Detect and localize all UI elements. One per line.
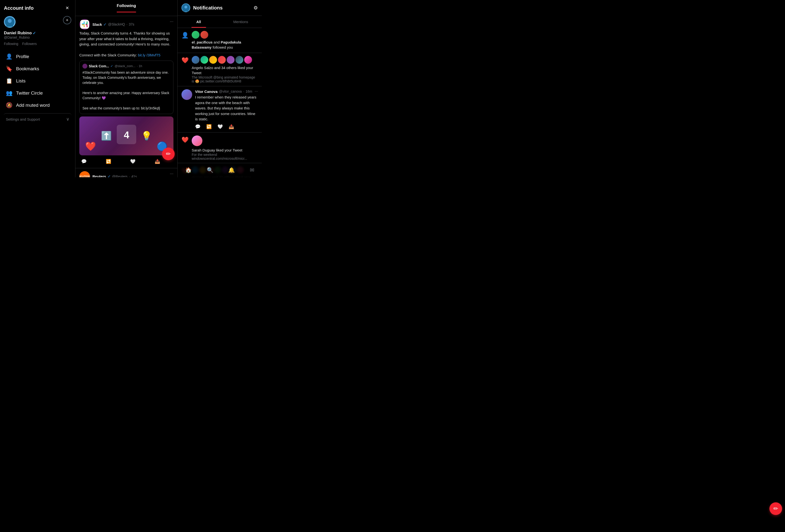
reply-retweet-icon[interactable]: 🔁	[206, 124, 212, 129]
like-notification-sarah[interactable]: ❤️ Sarah Duguay liked your Tweet For the…	[178, 133, 262, 164]
follow-notification[interactable]: 👤 el_pacificus and Pagudakula Balaswamy …	[178, 28, 262, 53]
bookmarks-icon: 🔖	[6, 65, 12, 72]
liker-avatar-5	[227, 56, 234, 64]
avatar-row: +	[4, 16, 71, 28]
reuters-dot: ·	[129, 175, 130, 178]
quoted-tweet[interactable]: Slack Com... ✓ @slack_com... · 1h #Slack…	[79, 60, 173, 114]
tweet-meta: Slack ✓ @SlackHQ · 37s	[93, 22, 134, 27]
svg-rect-5	[82, 23, 85, 24]
following-stat[interactable]: Following	[4, 42, 18, 46]
profile-icon: 👤	[6, 53, 12, 60]
svg-point-1	[8, 19, 12, 23]
nav-item-twitter-circle[interactable]: 👥 Twitter Circle	[4, 87, 71, 99]
svg-point-16	[184, 6, 187, 8]
notifications-tabs: All Mentions	[178, 16, 262, 28]
settings-gear-icon[interactable]: ⚙	[253, 5, 258, 11]
lists-icon: 📋	[6, 78, 12, 84]
tweet-time: ·	[126, 22, 127, 26]
vitor-time: 16m	[246, 89, 252, 94]
nav-item-lists[interactable]: 📋 Lists	[4, 75, 71, 87]
tweet-more-icon[interactable]: ···	[170, 19, 173, 24]
close-button[interactable]: ✕	[63, 4, 71, 12]
tweet-header: Slack ✓ @SlackHQ · 37s ···	[79, 19, 173, 30]
notif-header-avatar[interactable]	[181, 3, 190, 12]
follow-stats: Following Followers	[4, 42, 71, 46]
reply-reply-icon[interactable]: 💬	[195, 124, 200, 129]
follow-notif-content: 👤 el_pacificus and Pagudakula Balaswamy …	[181, 31, 258, 50]
middle-wrapper: Following	[75, 0, 178, 177]
retweet-icon: 🔁	[106, 159, 111, 164]
followers-stat[interactable]: Followers	[22, 42, 37, 46]
nav-item-profile[interactable]: 👤 Profile	[4, 51, 71, 63]
vitor-reply-text: I remember when they released years agor…	[195, 95, 258, 122]
svg-rect-11	[86, 25, 87, 27]
heart-icon: ❤️	[181, 57, 189, 64]
vitor-reply-content: Vitor Canova @vitor_canova · 16m ··· I r…	[195, 89, 258, 129]
reuters-handle: @Reuters	[112, 175, 127, 178]
nav-item-bookmarks[interactable]: 🔖 Bookmarks	[4, 63, 71, 75]
feed-title: Following	[117, 3, 136, 12]
compose-fab-button[interactable]: ✏	[162, 148, 175, 160]
nav-item-add-muted-word[interactable]: 🔕 Add muted word	[4, 99, 71, 111]
like-avatars	[192, 56, 258, 64]
sarah-like-text: Sarah Duguay liked your Tweet	[192, 148, 258, 153]
like-notification-angelo[interactable]: ❤️ Angelo Salzo and 34 others liked your…	[178, 53, 262, 86]
quoted-time: · 1h	[137, 64, 142, 68]
vitor-meta: Vitor Canova @vitor_canova · 16m	[195, 89, 252, 94]
reuters-avatar: REUTERS	[79, 171, 90, 178]
add-account-button[interactable]: +	[63, 16, 71, 24]
svg-rect-10	[86, 24, 87, 25]
nav-label-twitter-circle: Twitter Circle	[16, 90, 43, 96]
heart-emoji: ❤️	[85, 141, 96, 152]
follower-avatar-2	[200, 31, 208, 39]
vitor-handle: @vitor_canova	[219, 89, 242, 94]
like-icon: 🤍	[130, 159, 135, 164]
follow-text: el_pacificus and Pagudakula Balaswamy fo…	[192, 39, 258, 50]
liker-avatar-6	[235, 56, 243, 64]
tab-mentions[interactable]: Mentions	[220, 16, 262, 28]
right-nav-notifications[interactable]: 🔔	[224, 166, 238, 175]
vitor-reply-actions: 💬 🔁 🤍 📤	[195, 124, 258, 129]
liker-avatar-2	[200, 56, 208, 64]
follow-avatars	[192, 31, 258, 39]
right-nav-home[interactable]: 🏠	[181, 166, 196, 175]
slack-avatar	[79, 19, 90, 30]
tweet-body: Today, Slack Community turns 4. Thanks f…	[79, 31, 173, 58]
sarah-like-preview: For the weekend windowscentral.com/micro…	[192, 153, 258, 160]
reply-share-icon[interactable]: 📤	[229, 124, 234, 129]
liker-avatar-7	[244, 56, 252, 64]
reply-notification-vitor[interactable]: Vitor Canova @vitor_canova · 16m ··· I r…	[178, 86, 262, 133]
follow-details: el_pacificus and Pagudakula Balaswamy fo…	[192, 31, 258, 50]
liker-avatar-4	[218, 56, 226, 64]
nav-label-bookmarks: Bookmarks	[16, 66, 39, 72]
vitor-more-icon[interactable]: ···	[255, 89, 258, 94]
verified-badge: ✓	[33, 31, 36, 35]
like-action[interactable]: 🤍	[128, 158, 137, 165]
user-avatar[interactable]	[4, 16, 16, 28]
settings-label: Settings and Support	[6, 117, 40, 121]
tweet-actions: 💬 🔁 🤍 📤	[79, 158, 162, 165]
sarah-heart-icon: ❤️	[181, 136, 189, 143]
reuters-more-icon[interactable]: ···	[170, 171, 173, 176]
tweet-link[interactable]: bit.ly /3lMvfT5	[138, 53, 160, 57]
right-nav-messages[interactable]: ✉	[246, 166, 258, 175]
tab-all[interactable]: All	[178, 16, 220, 28]
feed-header: Following	[75, 0, 177, 16]
tweet-card[interactable]: Slack ✓ @SlackHQ · 37s ··· Today, Slack …	[75, 16, 177, 168]
right-panel: Notifications ⚙ All Mentions 👤 el_pacifi…	[178, 0, 262, 177]
like-text: Angelo Salzo and 34 others liked your Tw…	[192, 65, 258, 75]
left-panel: Account info ✕ + Daniel Rubino ✓ @Daniel…	[0, 0, 75, 177]
reply-like-icon[interactable]: 🤍	[218, 124, 223, 129]
reply-action[interactable]: 💬	[79, 158, 88, 165]
sarah-content: Sarah Duguay liked your Tweet For the we…	[192, 135, 258, 160]
account-header: Account info ✕	[4, 4, 71, 12]
liker-avatar-3	[209, 56, 217, 64]
notifications-title: Notifications	[193, 5, 223, 11]
share-action[interactable]: 📤	[153, 158, 162, 165]
svg-rect-7	[86, 21, 87, 24]
sarah-avatar	[192, 135, 202, 146]
settings-support[interactable]: Settings and Support ∨	[4, 113, 71, 125]
reuters-tweet-card[interactable]: REUTERS Reuters ✓ @Reuters · 41s ··· WHO…	[75, 168, 177, 178]
right-nav-search[interactable]: 🔍	[203, 166, 217, 175]
retweet-action[interactable]: 🔁	[104, 158, 113, 165]
